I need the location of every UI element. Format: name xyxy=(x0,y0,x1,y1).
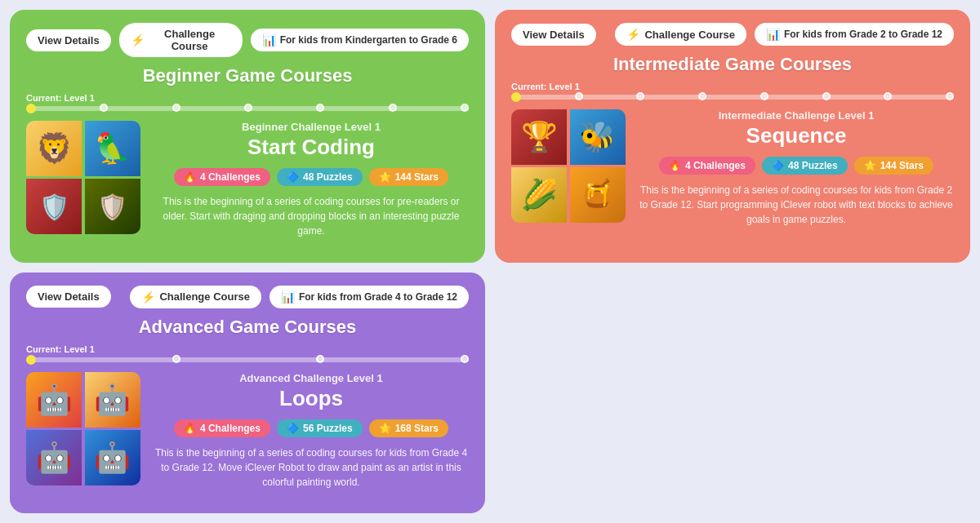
adv-progress-dot-2 xyxy=(172,355,180,363)
int-progress-dot-5 xyxy=(760,92,768,100)
intermediate-course-images: 🏆 🐝 🌽 🍯 xyxy=(511,109,626,223)
intermediate-grade-label: For kids from Grade 2 to Grade 12 xyxy=(784,29,942,40)
advanced-img-robot4: 🤖 xyxy=(85,430,140,485)
intermediate-card: View Details ⚡ Challenge Course 📊 For ki… xyxy=(495,10,970,263)
intermediate-challenges-badge: 🔥 4 Challenges xyxy=(659,157,755,175)
beginner-img-shield-blue: 🛡️ xyxy=(85,179,140,234)
intermediate-progress: Current: Level 1 xyxy=(511,82,954,100)
adv-progress-dot-4 xyxy=(461,355,469,363)
intermediate-view-details-button[interactable]: View Details xyxy=(511,24,596,46)
intermediate-progress-track xyxy=(511,95,954,100)
advanced-stars-badge: ⭐ 168 Stars xyxy=(369,419,448,437)
advanced-challenge-level: Advanced Challenge Level 1 xyxy=(154,372,469,384)
beginner-card-title: Beginner Game Courses xyxy=(26,65,469,86)
adv-progress-dot-1 xyxy=(26,355,36,365)
beginner-grade-range-button[interactable]: 📊 For kids from Kindergarten to Grade 6 xyxy=(251,29,469,51)
intermediate-card-title: Intermediate Game Courses xyxy=(511,54,954,75)
advanced-card: View Details ⚡ Challenge Course 📊 For ki… xyxy=(10,273,485,514)
lightning-icon-adv: ⚡ xyxy=(141,290,155,304)
grade-range-label: For kids from Kindergarten to Grade 6 xyxy=(280,34,457,46)
advanced-puzzles-badge: 🔷 56 Puzzles xyxy=(277,419,363,437)
progress-dot-7 xyxy=(461,104,469,112)
advanced-course-info: Advanced Challenge Level 1 Loops 🔥 4 Cha… xyxy=(154,372,469,490)
chart-icon: 📊 xyxy=(262,33,276,47)
advanced-grade-label: For kids from Grade 4 to Grade 12 xyxy=(299,291,457,303)
intermediate-img-honey: 🍯 xyxy=(570,167,626,223)
beginner-card-header: View Details ⚡ Challenge Course 📊 For ki… xyxy=(26,23,469,57)
advanced-course-content: 🤖 🤖 🤖 🤖 Advanced Challenge Level 1 Loops… xyxy=(26,372,469,490)
advanced-grade-range-button[interactable]: 📊 For kids from Grade 4 to Grade 12 xyxy=(270,286,469,308)
beginner-description: This is the beginning of a series of cod… xyxy=(154,194,469,238)
progress-dot-3 xyxy=(172,104,180,112)
advanced-img-robot2: 🤖 xyxy=(85,372,140,428)
beginner-puzzles-badge: 🔷 48 Puzzles xyxy=(277,168,363,186)
beginner-stars-badge: ⭐ 144 Stars xyxy=(369,168,448,186)
advanced-description: This is the beginning of a series of cod… xyxy=(154,445,469,490)
int-progress-dot-4 xyxy=(698,92,706,100)
intermediate-img-corn: 🌽 xyxy=(511,167,567,223)
advanced-card-header: View Details ⚡ Challenge Course 📊 For ki… xyxy=(26,286,469,308)
beginner-badges: 🔥 4 Challenges 🔷 48 Puzzles ⭐ 144 Stars xyxy=(154,168,469,186)
adv-progress-dot-3 xyxy=(316,355,324,363)
beginner-course-content: 🦁 🦜 🛡️ 🛡️ Beginner Challenge Level 1 Sta… xyxy=(26,121,469,238)
chart-icon-adv: 📊 xyxy=(281,290,295,304)
beginner-challenge-name: Start Coding xyxy=(154,135,469,160)
beginner-challenge-level: Beginner Challenge Level 1 xyxy=(154,121,469,133)
int-progress-dot-2 xyxy=(575,92,583,100)
advanced-card-title: Advanced Game Courses xyxy=(26,317,469,338)
int-progress-dot-3 xyxy=(636,92,644,100)
advanced-badges: 🔥 4 Challenges 🔷 56 Puzzles ⭐ 168 Stars xyxy=(154,419,469,437)
advanced-progress-label: Current: Level 1 xyxy=(26,344,469,354)
int-progress-dot-8 xyxy=(946,92,954,100)
lightning-icon-int: ⚡ xyxy=(626,28,640,41)
beginner-challenge-course-button[interactable]: ⚡ Challenge Course xyxy=(119,23,243,57)
beginner-img-parrot: 🦜 xyxy=(85,121,140,176)
empty-space xyxy=(495,273,970,514)
intermediate-stars-badge: ⭐ 144 Stars xyxy=(854,157,933,175)
beginner-img-lion: 🦁 xyxy=(26,121,82,176)
beginner-img-shield-red: 🛡️ xyxy=(26,179,82,234)
beginner-progress: Current: Level 1 xyxy=(26,93,469,111)
beginner-view-details-button[interactable]: View Details xyxy=(26,29,111,51)
intermediate-challenge-course-button[interactable]: ⚡ Challenge Course xyxy=(615,23,746,46)
progress-dot-4 xyxy=(244,104,252,112)
intermediate-card-header: View Details ⚡ Challenge Course 📊 For ki… xyxy=(511,23,954,46)
beginner-card: View Details ⚡ Challenge Course 📊 For ki… xyxy=(10,10,485,263)
lightning-icon: ⚡ xyxy=(131,33,145,47)
advanced-challenge-label: Challenge Course xyxy=(159,290,250,303)
int-progress-dot-6 xyxy=(822,92,831,100)
advanced-challenge-name: Loops xyxy=(154,386,469,411)
beginner-challenges-badge: 🔥 4 Challenges xyxy=(174,168,270,186)
chart-icon-int: 📊 xyxy=(766,28,780,41)
progress-dot-2 xyxy=(100,104,108,112)
advanced-view-details-button[interactable]: View Details xyxy=(26,286,111,308)
progress-dot-1 xyxy=(26,104,36,113)
advanced-challenges-badge: 🔥 4 Challenges xyxy=(174,419,270,437)
beginner-progress-dots xyxy=(26,104,469,113)
intermediate-puzzles-badge: 🔷 48 Puzzles xyxy=(762,157,848,175)
intermediate-img-cup: 🏆 xyxy=(511,109,567,165)
advanced-course-images: 🤖 🤖 🤖 🤖 xyxy=(26,372,140,485)
advanced-img-robot3: 🤖 xyxy=(26,430,82,485)
intermediate-challenge-label: Challenge Course xyxy=(644,29,735,41)
progress-dot-5 xyxy=(316,104,324,112)
intermediate-img-bee: 🐝 xyxy=(570,109,626,165)
advanced-img-robot1: 🤖 xyxy=(26,372,82,428)
intermediate-badges: 🔥 4 Challenges 🔷 48 Puzzles ⭐ 144 Stars xyxy=(639,157,954,175)
advanced-progress: Current: Level 1 xyxy=(26,344,469,362)
int-progress-dot-7 xyxy=(884,92,892,100)
beginner-progress-label: Current: Level 1 xyxy=(26,93,469,103)
int-progress-dot-1 xyxy=(511,92,521,102)
challenge-course-label: Challenge Course xyxy=(149,28,231,52)
intermediate-course-info: Intermediate Challenge Level 1 Sequence … xyxy=(639,109,954,227)
intermediate-progress-label: Current: Level 1 xyxy=(511,82,954,91)
beginner-course-info: Beginner Challenge Level 1 Start Coding … xyxy=(154,121,469,238)
intermediate-grade-range-button[interactable]: 📊 For kids from Grade 2 to Grade 12 xyxy=(755,23,954,46)
intermediate-course-content: 🏆 🐝 🌽 🍯 Intermediate Challenge Level 1 S… xyxy=(511,109,954,227)
advanced-progress-track xyxy=(26,357,469,362)
intermediate-progress-dots xyxy=(511,92,954,102)
beginner-progress-track xyxy=(26,106,469,111)
progress-dot-6 xyxy=(389,104,397,112)
advanced-challenge-course-button[interactable]: ⚡ Challenge Course xyxy=(130,286,261,308)
intermediate-challenge-name: Sequence xyxy=(639,123,954,148)
